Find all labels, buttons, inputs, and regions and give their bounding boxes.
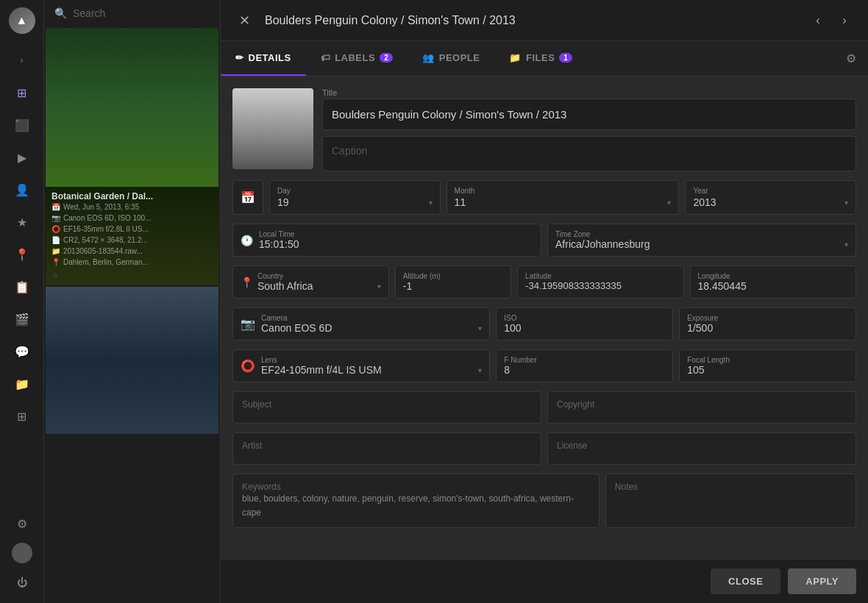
sidebar-item-settings[interactable]: ⚙ bbox=[9, 510, 35, 537]
camera-field[interactable]: 📷 Camera Canon EOS 6D ▾ bbox=[232, 307, 490, 340]
copyright-label: Copyright bbox=[557, 399, 847, 410]
prev-button[interactable]: ‹ bbox=[806, 9, 830, 32]
sidebar-avatar[interactable] bbox=[12, 543, 32, 563]
tab-people[interactable]: 👥 PEOPLE bbox=[408, 41, 494, 76]
photo-title-1: Botanical Garden / Dal... bbox=[51, 191, 213, 201]
keywords-notes-row: Keywords blue, boulders, colony, nature,… bbox=[232, 474, 856, 528]
tab-details[interactable]: ✏ DETAILS bbox=[221, 41, 306, 76]
title-row: Title Boulders Penguin Colony / Simon's … bbox=[232, 88, 856, 171]
artist-license-row: Artist License bbox=[232, 432, 856, 465]
sidebar-item-folders[interactable]: 📁 bbox=[9, 371, 35, 397]
latitude-label: Latitude bbox=[525, 272, 675, 280]
dialog-body: Title Boulders Penguin Colony / Simon's … bbox=[221, 76, 868, 559]
altitude-field[interactable]: Altitude (m) -1 bbox=[395, 265, 511, 299]
calendar-icon-field: 📅 bbox=[232, 180, 263, 215]
dialog-title: Boulders Penguin Colony / Simon's Town /… bbox=[265, 14, 797, 27]
files-badge: 1 bbox=[559, 53, 572, 63]
list-item[interactable] bbox=[46, 287, 218, 434]
caption-field[interactable]: Caption bbox=[322, 136, 856, 171]
sidebar-item-grid[interactable]: ⊞ bbox=[9, 403, 35, 429]
sidebar-item-map[interactable]: 📍 bbox=[9, 241, 35, 268]
sidebar-item-people[interactable]: 👤 bbox=[9, 176, 35, 203]
local-time-value: 15:01:50 bbox=[259, 238, 299, 250]
longitude-field[interactable]: Longitude 18.450445 bbox=[690, 265, 856, 299]
sidebar-item-power[interactable]: ⏻ bbox=[9, 569, 35, 596]
country-value: South Africa ▾ bbox=[257, 280, 381, 292]
title-label: Title bbox=[322, 88, 856, 97]
month-field[interactable]: Month 11 ▾ bbox=[447, 180, 680, 215]
sidebar: ▲ › ⊞ ⬛ ▶ 👤 ★ 📍 📋 🎬 💬 📁 ⊞ ⚙ ⏻ bbox=[0, 0, 44, 603]
month-value: 11 ▾ bbox=[455, 196, 672, 208]
sidebar-item-bookmarks[interactable]: ⬛ bbox=[9, 112, 35, 138]
sidebar-item-search[interactable]: ⊞ bbox=[9, 79, 35, 106]
sidebar-item-favorites[interactable]: ★ bbox=[9, 209, 35, 235]
lens-icon: ⭕ bbox=[241, 359, 255, 373]
exposure-field[interactable]: Exposure 1/500 bbox=[679, 307, 856, 340]
iso-field[interactable]: ISO 100 bbox=[496, 307, 673, 340]
file-icon-small: 📄 bbox=[51, 235, 60, 246]
title-input[interactable]: Boulders Penguin Colony / Simon's Town /… bbox=[322, 99, 856, 130]
subject-field[interactable]: Subject bbox=[232, 391, 541, 424]
keywords-value: blue, boulders, colony, nature, penguin,… bbox=[242, 492, 590, 520]
lens-row: ⭕ Lens EF24-105mm f/4L IS USM ▾ F Number… bbox=[232, 349, 856, 382]
country-field[interactable]: 📍 Country South Africa ▾ bbox=[232, 265, 389, 299]
list-item[interactable]: Botanical Garden / Dal... 📅Wed, Jun 5, 2… bbox=[46, 28, 218, 285]
details-dialog: ✕ Boulders Penguin Colony / Simon's Town… bbox=[221, 0, 868, 603]
app-logo[interactable]: ▲ bbox=[9, 7, 35, 34]
close-icon[interactable]: ✕ bbox=[232, 9, 256, 32]
notes-field[interactable]: Notes bbox=[605, 474, 856, 528]
camera-icon: 📷 bbox=[241, 317, 255, 331]
sidebar-item-play[interactable]: ▶ bbox=[9, 144, 35, 171]
longitude-label: Longitude bbox=[698, 272, 848, 280]
fnumber-value: 8 bbox=[504, 364, 665, 376]
country-label: Country bbox=[257, 272, 381, 280]
close-button[interactable]: CLOSE bbox=[711, 568, 780, 594]
labels-icon: 🏷 bbox=[321, 52, 331, 63]
folder-icon-small: 📁 bbox=[51, 246, 60, 257]
focallen-value: 105 bbox=[687, 364, 848, 376]
star-icon[interactable]: ☆ bbox=[51, 271, 59, 279]
left-panel-header: 🔍 Search bbox=[44, 0, 220, 26]
artist-field[interactable]: Artist bbox=[232, 432, 541, 465]
fnumber-field[interactable]: F Number 8 bbox=[496, 349, 673, 382]
sidebar-expand-btn[interactable]: › bbox=[9, 47, 35, 74]
lens-field[interactable]: ⭕ Lens EF24-105mm f/4L IS USM ▾ bbox=[232, 349, 490, 382]
year-dropdown-arrow: ▾ bbox=[844, 199, 848, 207]
search-placeholder[interactable]: Search bbox=[73, 7, 105, 19]
dialog-footer: CLOSE APPLY bbox=[221, 559, 868, 603]
timezone-field[interactable]: Time Zone Africa/Johannesburg ▾ bbox=[547, 224, 856, 257]
month-dropdown-arrow: ▾ bbox=[667, 199, 671, 207]
day-value: 19 ▾ bbox=[277, 196, 433, 208]
dialog-tabs: ✏ DETAILS 🏷 LABELS 2 👥 PEOPLE 📁 FILES 1 … bbox=[221, 41, 868, 76]
license-field[interactable]: License bbox=[547, 432, 856, 465]
license-label: License bbox=[557, 440, 847, 451]
camera-label: Camera bbox=[261, 314, 482, 322]
subject-copyright-row: Subject Copyright bbox=[232, 391, 856, 424]
left-panel: 🔍 Search Botanical Garden / Dal... 📅Wed,… bbox=[44, 0, 221, 603]
keywords-field[interactable]: Keywords blue, boulders, colony, nature,… bbox=[232, 474, 600, 528]
files-icon: 📁 bbox=[509, 52, 522, 63]
lens-label: Lens bbox=[261, 356, 482, 364]
year-field[interactable]: Year 2013 ▾ bbox=[685, 180, 856, 215]
labels-badge: 2 bbox=[380, 53, 393, 63]
latitude-field[interactable]: Latitude -34.195908333333335 bbox=[517, 265, 683, 299]
local-time-label: Local Time bbox=[259, 230, 299, 238]
focallen-field[interactable]: Focal Length 105 bbox=[679, 349, 856, 382]
dialog-nav: ‹ › bbox=[806, 9, 856, 32]
country-dropdown-arrow: ▾ bbox=[377, 282, 381, 290]
sidebar-item-calendar[interactable]: 📋 bbox=[9, 274, 35, 300]
camera-row: 📷 Camera Canon EOS 6D ▾ ISO 100 Exposure bbox=[232, 307, 856, 340]
tab-labels[interactable]: 🏷 LABELS 2 bbox=[306, 41, 408, 76]
calendar-icon: 📅 bbox=[51, 201, 60, 213]
apply-button[interactable]: APPLY bbox=[788, 568, 856, 594]
copyright-field[interactable]: Copyright bbox=[547, 391, 856, 424]
location-icon-small: 📍 bbox=[51, 257, 60, 268]
sidebar-item-video[interactable]: 🎬 bbox=[9, 306, 35, 332]
camera-icon-small: 📷 bbox=[51, 213, 60, 224]
sidebar-item-comments[interactable]: 💬 bbox=[9, 338, 35, 365]
settings-gear-icon[interactable]: ⚙ bbox=[834, 41, 868, 76]
month-label: Month bbox=[455, 187, 672, 195]
tab-files[interactable]: 📁 FILES 1 bbox=[494, 41, 587, 76]
day-field[interactable]: Day 19 ▾ bbox=[269, 180, 441, 215]
next-button[interactable]: › bbox=[833, 9, 856, 32]
